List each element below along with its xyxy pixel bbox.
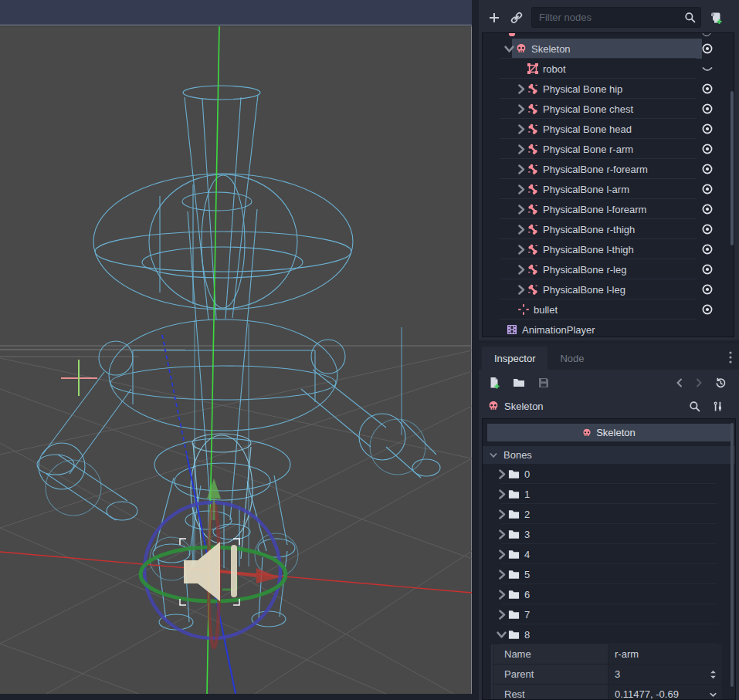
node-label[interactable]: Physical Bone r-arm <box>543 144 633 155</box>
bone-row[interactable]: 5 <box>483 564 735 584</box>
node-label[interactable]: PhysicalBone r-leg <box>543 264 626 276</box>
expand-arrow[interactable] <box>514 144 527 154</box>
category-bones[interactable]: Bones <box>483 446 735 464</box>
expand-arrow[interactable] <box>514 265 527 274</box>
expand-arrow[interactable] <box>514 285 527 294</box>
visibility-toggle[interactable] <box>701 303 714 316</box>
3d-viewport-canvas[interactable] <box>0 26 472 694</box>
scene-tree-scrollbar[interactable] <box>731 91 734 245</box>
dock-menu-icon[interactable] <box>728 350 733 364</box>
property-control-icon[interactable] <box>709 690 717 699</box>
attach-script-button[interactable] <box>709 12 722 25</box>
property-control-icon[interactable] <box>709 650 717 659</box>
scene-tree-row[interactable]: PhysicalBone r-leg <box>483 259 734 279</box>
property-value[interactable]: r-arm <box>615 648 639 660</box>
node-label[interactable]: robot <box>543 63 566 75</box>
expand-arrow[interactable] <box>514 104 527 113</box>
node-label[interactable]: Skeleton <box>531 43 571 55</box>
visibility-toggle[interactable] <box>701 263 714 276</box>
visibility-toggle[interactable] <box>701 283 714 296</box>
node-label[interactable]: PhysicalBone l-forearm <box>543 204 646 215</box>
property-value-field[interactable]: r-arm <box>608 644 722 664</box>
instance-scene-button[interactable] <box>510 11 524 25</box>
bone-expand-arrow[interactable] <box>495 590 508 599</box>
bone-expand-arrow[interactable] <box>495 550 508 559</box>
visibility-toggle[interactable] <box>701 163 714 175</box>
expand-arrow[interactable] <box>514 164 527 174</box>
scene-tree-row[interactable]: Physical Bone head <box>483 119 734 139</box>
expand-arrow[interactable] <box>514 225 527 234</box>
node-label[interactable]: PhysicalBone l-arm <box>543 184 629 195</box>
property-value-field[interactable]: 0.11477, -0.69 <box>608 685 722 700</box>
scene-tree-row[interactable]: PhysicalBone r-forearm <box>483 159 734 179</box>
scene-tree-row[interactable]: PhysicalBone l-leg <box>483 279 734 299</box>
node-label[interactable]: Physical Bone head <box>543 123 632 135</box>
tab-node[interactable]: Node <box>547 347 596 370</box>
tab-inspector[interactable]: Inspector <box>482 347 547 370</box>
node-label[interactable]: Physical Bone hip <box>543 83 622 95</box>
new-resource-button[interactable] <box>488 377 500 389</box>
scene-tree-row[interactable]: PhysicalBone l-forearm <box>483 199 734 219</box>
bone-expand-arrow[interactable] <box>495 509 508 519</box>
inspector-scrollbar[interactable] <box>731 423 734 687</box>
node-label[interactable]: PhysicalBone l-leg <box>543 284 625 296</box>
visibility-toggle[interactable] <box>701 223 714 235</box>
property-search-icon[interactable] <box>689 401 700 412</box>
visibility-toggle[interactable] <box>701 103 714 115</box>
property-control-icon[interactable] <box>709 670 717 679</box>
visibility-toggle[interactable] <box>701 203 714 215</box>
node-label[interactable]: PhysicalBone r-forearm <box>543 164 648 175</box>
bone-row[interactable]: 4 <box>483 544 735 564</box>
bone-row[interactable]: 3 <box>483 524 735 544</box>
bone-row[interactable]: 2 <box>483 504 735 524</box>
bone-expand-arrow[interactable] <box>495 489 508 499</box>
scene-tree-row[interactable]: PhysicalBone l-arm <box>483 179 734 199</box>
scene-tree-row[interactable]: Skeleton <box>483 39 734 59</box>
node-label[interactable]: bullet <box>534 304 558 316</box>
visibility-toggle[interactable] <box>701 143 714 155</box>
expand-arrow[interactable] <box>514 184 527 194</box>
property-value[interactable]: 3 <box>615 668 620 680</box>
expand-arrow[interactable] <box>514 124 527 134</box>
expand-arrow[interactable] <box>514 245 527 254</box>
expand-arrow[interactable] <box>503 44 516 53</box>
load-resource-button[interactable] <box>513 377 525 389</box>
save-resource-button[interactable] <box>537 377 550 389</box>
scene-tree-row[interactable]: Physical Bone chest <box>483 99 734 119</box>
bone-row[interactable]: 6 <box>483 584 735 604</box>
node-label[interactable]: PhysicalBone r-thigh <box>543 224 635 235</box>
bone-expand-arrow[interactable] <box>495 529 508 539</box>
object-tools-icon[interactable] <box>712 401 724 412</box>
property-value[interactable]: 0.11477, -0.69 <box>615 688 679 700</box>
scene-tree-row[interactable]: bullet <box>483 299 734 320</box>
scene-tree-row[interactable]: PhysicalBone r-thigh <box>483 219 734 239</box>
visibility-toggle[interactable] <box>701 123 714 135</box>
visibility-toggle[interactable] <box>701 63 714 75</box>
visibility-toggle[interactable] <box>701 83 714 95</box>
bone-row[interactable]: 7 <box>483 604 735 624</box>
visibility-toggle[interactable] <box>701 42 714 55</box>
scene-tree-row[interactable]: Physical Bone r-arm <box>483 139 734 159</box>
bone-expand-arrow[interactable] <box>495 610 508 619</box>
bone-expand-arrow[interactable] <box>495 570 508 579</box>
bone-expand-arrow[interactable] <box>495 630 508 639</box>
history-back-button[interactable] <box>674 377 685 388</box>
property-value-field[interactable]: 3 <box>608 664 722 684</box>
filter-nodes-input[interactable] <box>531 7 701 28</box>
add-node-button[interactable] <box>488 12 500 24</box>
object-history-button[interactable] <box>714 377 727 389</box>
history-forward-button[interactable] <box>693 377 704 388</box>
scene-tree-row[interactable]: robot <box>483 59 734 79</box>
node-label[interactable]: AnimationPlayer <box>522 324 595 336</box>
bone-row[interactable]: 0 <box>483 464 735 484</box>
expand-arrow[interactable] <box>514 84 527 93</box>
node-label[interactable]: Physical Bone chest <box>543 103 633 115</box>
scene-tree-row[interactable]: Physical Bone hip <box>483 79 734 99</box>
visibility-toggle[interactable] <box>701 183 714 195</box>
scene-tree-row[interactable]: AnimationPlayer <box>483 320 734 337</box>
bone-expand-arrow[interactable] <box>495 469 508 479</box>
bone-row[interactable]: 1 <box>483 484 735 504</box>
expand-arrow[interactable] <box>514 205 527 214</box>
node-label[interactable]: PhysicalBone l-thigh <box>543 244 634 255</box>
gizmo-x-translate-arrow[interactable] <box>219 568 280 583</box>
